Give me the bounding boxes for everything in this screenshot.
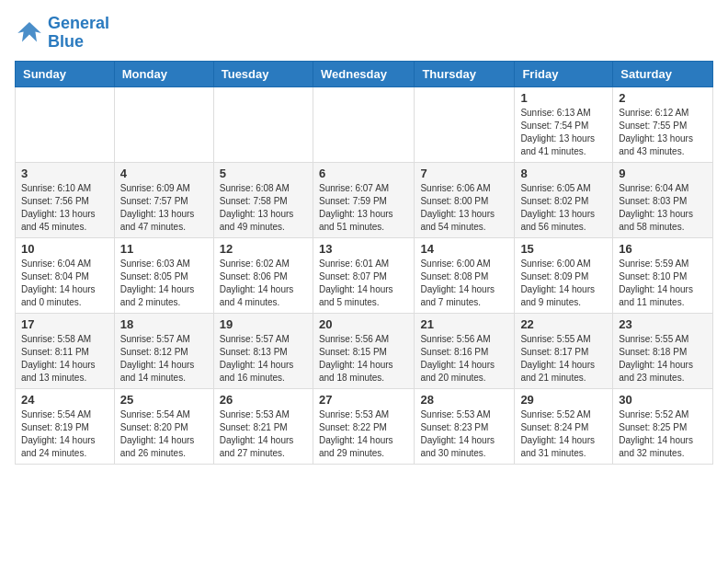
day-number: 14 (420, 242, 508, 256)
day-info: Sunrise: 6:02 AM Sunset: 8:06 PM Dayligh… (220, 258, 307, 309)
day-info: Sunrise: 6:07 AM Sunset: 7:59 PM Dayligh… (319, 182, 408, 234)
calendar-header-row: SundayMondayTuesdayWednesdayThursdayFrid… (16, 61, 713, 86)
calendar-week-4: 17Sunrise: 5:58 AM Sunset: 8:11 PM Dayli… (16, 313, 713, 388)
day-number: 25 (120, 393, 208, 407)
header: General Blue (15, 15, 713, 52)
calendar-cell: 24Sunrise: 5:54 AM Sunset: 8:19 PM Dayli… (16, 388, 115, 464)
day-number: 9 (619, 167, 707, 180)
day-number: 26 (220, 393, 307, 407)
day-number: 18 (120, 317, 208, 331)
day-number: 12 (220, 242, 307, 256)
day-number: 3 (21, 167, 108, 180)
calendar-cell: 13Sunrise: 6:01 AM Sunset: 8:07 PM Dayli… (313, 237, 414, 313)
day-info: Sunrise: 5:57 AM Sunset: 8:13 PM Dayligh… (220, 333, 307, 385)
calendar-cell: 3Sunrise: 6:10 AM Sunset: 7:56 PM Daylig… (16, 162, 115, 237)
day-info: Sunrise: 6:12 AM Sunset: 7:55 PM Dayligh… (619, 107, 707, 158)
calendar-cell: 1Sunrise: 6:13 AM Sunset: 7:54 PM Daylig… (515, 86, 613, 162)
svg-marker-0 (17, 22, 41, 42)
calendar-cell (213, 86, 313, 162)
day-info: Sunrise: 5:56 AM Sunset: 8:16 PM Dayligh… (420, 333, 508, 385)
calendar-week-3: 10Sunrise: 6:04 AM Sunset: 8:04 PM Dayli… (16, 237, 713, 313)
day-header-wednesday: Wednesday (313, 61, 414, 86)
calendar-cell: 10Sunrise: 6:04 AM Sunset: 8:04 PM Dayli… (16, 237, 115, 313)
calendar-cell: 4Sunrise: 6:09 AM Sunset: 7:57 PM Daylig… (114, 162, 213, 237)
day-number: 30 (619, 393, 707, 407)
day-info: Sunrise: 6:06 AM Sunset: 8:00 PM Dayligh… (420, 182, 508, 234)
day-info: Sunrise: 6:01 AM Sunset: 8:07 PM Dayligh… (319, 258, 408, 309)
day-header-tuesday: Tuesday (213, 61, 313, 86)
day-number: 16 (619, 242, 707, 256)
logo-icon (15, 18, 44, 48)
day-info: Sunrise: 5:55 AM Sunset: 8:17 PM Dayligh… (520, 333, 607, 385)
calendar-cell: 26Sunrise: 5:53 AM Sunset: 8:21 PM Dayli… (213, 388, 313, 464)
calendar-cell: 14Sunrise: 6:00 AM Sunset: 8:08 PM Dayli… (415, 237, 515, 313)
calendar-cell (415, 86, 515, 162)
calendar-cell: 2Sunrise: 6:12 AM Sunset: 7:55 PM Daylig… (613, 86, 713, 162)
day-info: Sunrise: 6:08 AM Sunset: 7:58 PM Dayligh… (220, 182, 307, 234)
calendar-cell: 9Sunrise: 6:04 AM Sunset: 8:03 PM Daylig… (613, 162, 713, 237)
calendar-cell: 21Sunrise: 5:56 AM Sunset: 8:16 PM Dayli… (415, 313, 515, 388)
day-number: 2 (619, 91, 707, 105)
day-number: 24 (21, 393, 108, 407)
calendar-cell: 18Sunrise: 5:57 AM Sunset: 8:12 PM Dayli… (114, 313, 213, 388)
day-info: Sunrise: 6:09 AM Sunset: 7:57 PM Dayligh… (120, 182, 208, 234)
calendar-cell: 22Sunrise: 5:55 AM Sunset: 8:17 PM Dayli… (515, 313, 613, 388)
day-number: 29 (520, 393, 607, 407)
calendar-cell: 5Sunrise: 6:08 AM Sunset: 7:58 PM Daylig… (213, 162, 313, 237)
day-number: 13 (319, 242, 408, 256)
calendar-cell (313, 86, 414, 162)
calendar-cell: 11Sunrise: 6:03 AM Sunset: 8:05 PM Dayli… (114, 237, 213, 313)
day-info: Sunrise: 5:57 AM Sunset: 8:12 PM Dayligh… (120, 333, 208, 385)
day-info: Sunrise: 6:04 AM Sunset: 8:04 PM Dayligh… (21, 258, 108, 309)
day-info: Sunrise: 6:00 AM Sunset: 8:08 PM Dayligh… (420, 258, 508, 309)
day-number: 11 (120, 242, 208, 256)
day-info: Sunrise: 6:03 AM Sunset: 8:05 PM Dayligh… (120, 258, 208, 309)
day-number: 6 (319, 167, 408, 180)
day-info: Sunrise: 6:04 AM Sunset: 8:03 PM Dayligh… (619, 182, 707, 234)
day-info: Sunrise: 5:52 AM Sunset: 8:24 PM Dayligh… (520, 408, 607, 460)
day-info: Sunrise: 5:58 AM Sunset: 8:11 PM Dayligh… (21, 333, 108, 385)
day-info: Sunrise: 6:13 AM Sunset: 7:54 PM Dayligh… (520, 107, 607, 158)
calendar-cell: 8Sunrise: 6:05 AM Sunset: 8:02 PM Daylig… (515, 162, 613, 237)
calendar: SundayMondayTuesdayWednesdayThursdayFrid… (15, 61, 713, 465)
day-info: Sunrise: 5:53 AM Sunset: 8:22 PM Dayligh… (319, 408, 408, 460)
day-number: 1 (520, 91, 607, 105)
calendar-cell: 29Sunrise: 5:52 AM Sunset: 8:24 PM Dayli… (515, 388, 613, 464)
day-number: 19 (220, 317, 307, 331)
day-number: 7 (420, 167, 508, 180)
day-info: Sunrise: 5:54 AM Sunset: 8:19 PM Dayligh… (21, 408, 108, 460)
day-header-friday: Friday (515, 61, 613, 86)
day-number: 5 (220, 167, 307, 180)
day-header-monday: Monday (114, 61, 213, 86)
day-info: Sunrise: 5:55 AM Sunset: 8:18 PM Dayligh… (619, 333, 707, 385)
calendar-cell: 15Sunrise: 6:00 AM Sunset: 8:09 PM Dayli… (515, 237, 613, 313)
calendar-cell: 20Sunrise: 5:56 AM Sunset: 8:15 PM Dayli… (313, 313, 414, 388)
calendar-week-2: 3Sunrise: 6:10 AM Sunset: 7:56 PM Daylig… (16, 162, 713, 237)
day-header-saturday: Saturday (613, 61, 713, 86)
calendar-cell: 23Sunrise: 5:55 AM Sunset: 8:18 PM Dayli… (613, 313, 713, 388)
day-info: Sunrise: 5:52 AM Sunset: 8:25 PM Dayligh… (619, 408, 707, 460)
day-info: Sunrise: 5:59 AM Sunset: 8:10 PM Dayligh… (619, 258, 707, 309)
day-header-thursday: Thursday (415, 61, 515, 86)
day-info: Sunrise: 5:54 AM Sunset: 8:20 PM Dayligh… (120, 408, 208, 460)
calendar-cell: 12Sunrise: 6:02 AM Sunset: 8:06 PM Dayli… (213, 237, 313, 313)
day-header-sunday: Sunday (16, 61, 115, 86)
day-number: 4 (120, 167, 208, 180)
day-info: Sunrise: 6:00 AM Sunset: 8:09 PM Dayligh… (520, 258, 607, 309)
day-number: 8 (520, 167, 607, 180)
day-number: 22 (520, 317, 607, 331)
day-number: 10 (21, 242, 108, 256)
calendar-week-5: 24Sunrise: 5:54 AM Sunset: 8:19 PM Dayli… (16, 388, 713, 464)
calendar-cell: 27Sunrise: 5:53 AM Sunset: 8:22 PM Dayli… (313, 388, 414, 464)
day-info: Sunrise: 5:53 AM Sunset: 8:23 PM Dayligh… (420, 408, 508, 460)
day-number: 21 (420, 317, 508, 331)
day-number: 27 (319, 393, 408, 407)
day-info: Sunrise: 6:10 AM Sunset: 7:56 PM Dayligh… (21, 182, 108, 234)
calendar-cell: 25Sunrise: 5:54 AM Sunset: 8:20 PM Dayli… (114, 388, 213, 464)
calendar-cell: 16Sunrise: 5:59 AM Sunset: 8:10 PM Dayli… (613, 237, 713, 313)
logo: General Blue (15, 15, 109, 52)
day-number: 15 (520, 242, 607, 256)
calendar-week-1: 1Sunrise: 6:13 AM Sunset: 7:54 PM Daylig… (16, 86, 713, 162)
calendar-cell: 17Sunrise: 5:58 AM Sunset: 8:11 PM Dayli… (16, 313, 115, 388)
logo-text: General Blue (48, 15, 109, 52)
